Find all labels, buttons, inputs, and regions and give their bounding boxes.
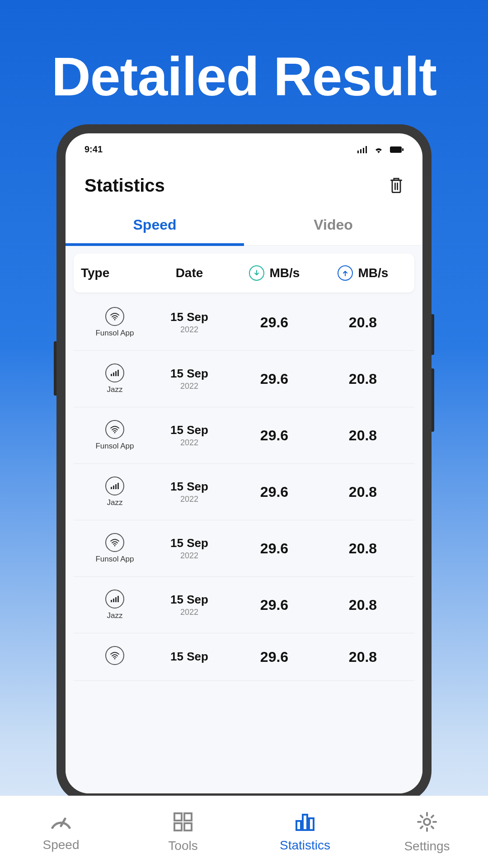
page-header: Statistics [66,159,422,208]
cellular-icon [357,146,367,153]
svg-rect-22 [174,813,182,821]
phone-frame: 9:41 Statistics Speed Video Type Date [56,124,432,802]
svg-rect-5 [402,148,404,151]
row-upload-value: 20.8 [319,597,407,613]
svg-rect-1 [360,149,361,153]
svg-rect-18 [113,599,114,602]
row-download-value: 29.6 [230,314,319,331]
phone-screen: 9:41 Statistics Speed Video Type Date [66,133,422,793]
row-date-cell: 15 Sep 2022 [149,480,230,504]
nav-item-settings[interactable]: Settings [366,796,488,868]
svg-rect-28 [309,818,314,830]
svg-rect-10 [117,370,119,376]
row-type-cell: Jazz [81,363,149,394]
row-download-value: 29.6 [230,484,319,500]
column-header-upload-unit: MB/s [358,266,389,280]
hero-title: Detailed Result [0,0,488,108]
row-date-cell: 15 Sep 2022 [149,536,230,561]
row-year: 2022 [180,551,198,561]
row-type-cell: Funsol App [81,533,149,564]
svg-rect-12 [111,487,112,489]
table-row[interactable]: Funsol App 15 Sep 2022 29.6 20.8 [74,294,414,351]
table-rows: Funsol App 15 Sep 2022 29.6 20.8 Jazz 15… [74,294,414,681]
svg-rect-20 [117,596,119,602]
upload-arrow-icon [338,265,353,281]
nav-label: Settings [404,839,450,854]
table-row[interactable]: Funsol App 15 Sep 2022 29.6 20.8 [74,407,414,464]
row-type-cell: Funsol App [81,420,149,451]
phone-side-button [54,341,56,396]
column-header-download-unit: MB/s [270,266,300,280]
status-icons [357,146,404,153]
row-type-cell: Jazz [81,590,149,620]
nav-label: Statistics [280,838,330,853]
nav-item-statistics[interactable]: Statistics [244,796,366,868]
row-type-cell: Jazz [81,476,149,507]
row-download-value: 29.6 [230,597,319,613]
settings-icon [416,811,438,835]
svg-rect-25 [184,823,192,830]
page-title: Statistics [84,175,165,196]
table-row[interactable]: Jazz 15 Sep 2022 29.6 20.8 [74,577,414,633]
row-type-label: Funsol App [95,442,134,451]
speed-icon [50,812,72,833]
row-date-cell: 15 Sep 2022 [149,593,230,617]
svg-rect-8 [113,373,114,376]
wifi-icon [105,420,124,439]
row-date: 15 Sep [170,480,208,494]
row-upload-value: 20.8 [319,314,407,331]
row-type-label: Funsol App [95,329,134,338]
phone-side-button [432,368,434,432]
row-date: 15 Sep [170,367,208,381]
row-date: 15 Sep [170,536,208,550]
wifi-icon [105,307,124,326]
row-date: 15 Sep [170,310,208,324]
row-year: 2022 [180,608,198,617]
row-date-cell: 15 Sep 2022 [149,367,230,391]
svg-point-6 [114,319,116,321]
row-download-value: 29.6 [230,371,319,387]
battery-icon [390,146,404,153]
row-download-value: 29.6 [230,427,319,444]
delete-button[interactable] [389,177,404,195]
table-row[interactable]: Jazz 15 Sep 2022 29.6 20.8 [74,351,414,407]
row-date: 15 Sep [170,650,208,664]
column-header-upload: MB/s [319,265,407,281]
cellular-icon [105,590,124,609]
wifi-icon [105,646,124,665]
row-date: 15 Sep [170,423,208,437]
svg-rect-15 [117,483,119,489]
nav-item-speed[interactable]: Speed [0,796,122,868]
table-header: Type Date MB/s MB/s [74,254,414,292]
nav-label: Tools [168,839,197,853]
row-date: 15 Sep [170,593,208,607]
tab-video[interactable]: Video [244,208,422,245]
table-row[interactable]: Funsol App 15 Sep 2022 29.6 20.8 [74,520,414,577]
row-year: 2022 [180,325,198,335]
cellular-icon [105,476,124,495]
bottom-nav: Speed Tools Statistics Settings [0,796,488,868]
svg-point-29 [424,819,430,825]
row-type-label: Jazz [107,498,123,507]
row-date-cell: 15 Sep 2022 [149,310,230,335]
row-download-value: 29.6 [230,540,319,557]
status-bar: 9:41 [66,133,422,159]
tab-speed[interactable]: Speed [66,208,244,245]
svg-rect-13 [113,486,114,489]
row-upload-value: 20.8 [319,649,407,665]
row-type-label: Funsol App [95,555,134,564]
column-header-date: Date [149,266,230,280]
phone-side-button [432,314,434,355]
column-header-download: MB/s [230,265,319,281]
table-row[interactable]: 15 Sep 29.6 20.8 [74,633,414,681]
column-header-type: Type [81,266,149,280]
nav-item-tools[interactable]: Tools [122,796,244,868]
svg-rect-23 [184,813,192,821]
svg-rect-7 [111,374,112,376]
table-row[interactable]: Jazz 15 Sep 2022 29.6 20.8 [74,464,414,520]
row-upload-value: 20.8 [319,371,407,387]
row-year: 2022 [180,495,198,504]
svg-rect-17 [111,600,112,602]
wifi-icon [105,533,124,552]
svg-rect-2 [363,148,364,153]
